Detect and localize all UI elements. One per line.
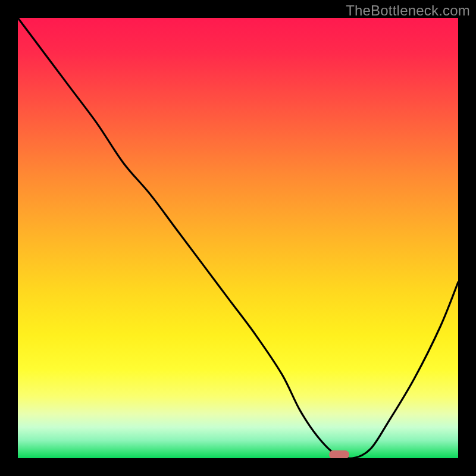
watermark-text: TheBottleneck.com [346, 2, 470, 19]
chart-frame: TheBottleneck.com [0, 0, 476, 476]
optimal-point-marker [329, 450, 349, 458]
bottleneck-curve [18, 18, 458, 458]
plot-area [18, 18, 458, 458]
